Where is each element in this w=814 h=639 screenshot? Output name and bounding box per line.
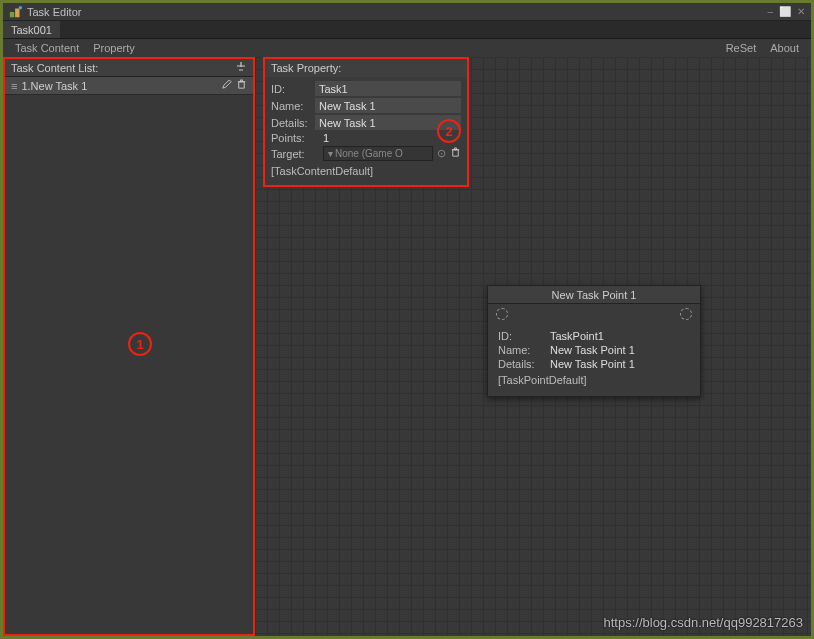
prop-points-value: 1 [323,132,329,144]
app-icon [9,5,23,19]
prop-id-label: ID: [271,83,311,95]
window-title: Task Editor [27,6,767,18]
task-content-list-header: Task Content List: [5,59,253,77]
menu-reset[interactable]: ReSet [720,41,763,55]
task-property-header: Task Property: [265,59,467,77]
task-property-panel: Task Property: ID: Name: Details: [263,57,469,187]
target-delete-icon[interactable] [450,147,461,160]
add-task-icon[interactable] [235,60,247,75]
prop-details-label: Details: [271,117,311,129]
node-details-label: Details: [498,358,550,370]
menu-task-content[interactable]: Task Content [9,41,85,55]
node-details-value: New Task Point 1 [550,358,635,370]
node-name-label: Name: [498,344,550,356]
svg-rect-1 [15,8,19,17]
prop-points-label: Points: [271,132,319,144]
sidebar-header-label: Task Content List: [11,62,98,74]
tab-bar: Task001 [3,21,811,39]
node-name-value: New Task Point 1 [550,344,635,356]
window-controls: – ⬜ ✕ [767,6,805,17]
target-picker-icon[interactable]: ⊙ [437,147,446,160]
tab-task001[interactable]: Task001 [3,21,60,38]
node-class-label: [TaskPointDefault] [498,374,690,386]
maximize-icon[interactable]: ⬜ [779,6,791,17]
svg-rect-0 [10,12,14,17]
titlebar: Task Editor – ⬜ ✕ [3,3,811,21]
node-output-port[interactable] [680,308,692,320]
prop-id-input[interactable] [315,81,461,96]
edit-icon[interactable] [221,79,232,92]
node-id-value: TaskPoint1 [550,330,604,342]
list-item-label: 1.New Task 1 [21,80,87,92]
list-item[interactable]: ≡ 1.New Task 1 [5,77,253,95]
minimize-icon[interactable]: – [767,6,773,17]
main-area: Task Content List: ≡ 1.New Task 1 [3,57,811,636]
menu-property[interactable]: Property [87,41,141,55]
task-content-list-panel: Task Content List: ≡ 1.New Task 1 [3,57,255,636]
task-point-node[interactable]: New Task Point 1 ID: TaskPoint1 Name: Ne… [487,285,701,397]
watermark: https://blog.csdn.net/qq992817263 [604,615,804,630]
node-header[interactable]: New Task Point 1 [488,286,700,304]
prop-class-label: [TaskContentDefault] [271,165,461,177]
prop-name-label: Name: [271,100,311,112]
close-icon[interactable]: ✕ [797,6,805,17]
prop-target-value: None (Game O [335,148,403,159]
svg-point-2 [19,5,23,9]
node-input-port[interactable] [496,308,508,320]
prop-target-label: Target: [271,148,319,160]
canvas-area[interactable]: Task Property: ID: Name: Details: [255,57,811,636]
drag-handle-icon[interactable]: ≡ [11,80,17,92]
prop-details-input[interactable] [315,115,461,130]
prop-name-input[interactable] [315,98,461,113]
menu-about[interactable]: About [764,41,805,55]
menu-bar: Task Content Property ReSet About [3,39,811,57]
prop-target-field[interactable]: ▾None (Game O [323,146,433,161]
delete-icon[interactable] [236,79,247,92]
node-id-label: ID: [498,330,550,342]
